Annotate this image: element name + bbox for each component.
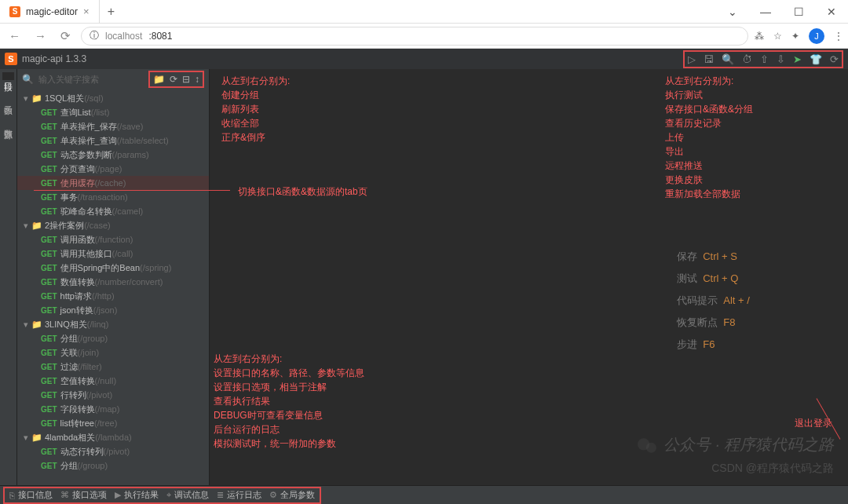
folder-icon: ▪	[7, 131, 10, 141]
folder-icon[interactable]: 📁	[153, 74, 165, 85]
tree-item[interactable]: GET过滤(/filter)	[17, 360, 209, 374]
side-tab[interactable]: 数据源	[2, 119, 14, 128]
sort-icon[interactable]: ↕	[195, 74, 199, 85]
side-tab[interactable]: 函数	[2, 96, 14, 104]
side-tab-strip: 接口▪函数▪数据源▪	[0, 69, 17, 485]
tree-item[interactable]: GET驼峰命名转换(/camel)	[17, 204, 209, 218]
tree-item[interactable]: GET行转列(/pivot)	[17, 388, 209, 402]
bottom-tab[interactable]: ⌘接口选项	[60, 489, 107, 501]
tree-item[interactable]: GET分组(/group)	[17, 458, 209, 473]
tab-icon: ⎘	[9, 491, 15, 500]
search-icon[interactable]: 🔍	[722, 53, 734, 65]
browser-tab[interactable]: S magic-editor ×	[0, 0, 100, 24]
close-button[interactable]: ✕	[815, 0, 848, 24]
url-input[interactable]: ⓘ localhost:8081	[81, 27, 748, 46]
star-icon[interactable]: ☆	[773, 31, 782, 42]
bottom-tab[interactable]: ≣运行日志	[217, 489, 261, 501]
tree-item[interactable]: GET数值转换(/number/convert)	[17, 275, 209, 289]
editor-area: 从左到右分别为: 创建分组刷新列表收缩全部正序&倒序 切换接口&函数&数据源的t…	[210, 69, 848, 485]
tree-item[interactable]: GET单表操作_保存(/save)	[17, 119, 209, 133]
annotation: 从左到右分别为: 执行测试保存接口&函数&分组查看历史记录上传导出远程推送更换皮…	[665, 74, 753, 201]
minimize-button[interactable]: —	[749, 0, 782, 24]
annotation: 退出登录	[795, 416, 832, 430]
tree-item[interactable]: GET分组(/group)	[17, 331, 209, 345]
info-icon: ⓘ	[90, 29, 99, 42]
tab-icon: ▶	[115, 490, 121, 500]
tab-icon: ⌖	[166, 490, 171, 500]
bottom-tab[interactable]: ⚙全局参数	[269, 489, 315, 501]
forward-button[interactable]: →	[31, 29, 50, 42]
tree-item[interactable]: GET动态参数判断(/params)	[17, 148, 209, 162]
tree-item[interactable]: GETjson转换(/json)	[17, 303, 209, 317]
upload-icon[interactable]: ⇧	[760, 53, 769, 65]
maximize-button[interactable]: ☐	[782, 0, 815, 24]
tab-title: magic-editor	[26, 6, 78, 17]
tree-folder[interactable]: ▾📁1SQL相关(/sql)	[17, 91, 209, 105]
close-icon[interactable]: ×	[83, 5, 90, 17]
app-logo: S	[5, 53, 17, 65]
tree-item[interactable]: GET空值转换(/null)	[17, 374, 209, 388]
tree-item[interactable]: GET关联(/join)	[17, 345, 209, 360]
bottom-tab[interactable]: ⎘接口信息	[9, 489, 53, 501]
bottom-tab[interactable]: ▶执行结果	[115, 489, 159, 501]
tree-toolbar: 📁 ⟳ ⊟ ↕	[148, 71, 204, 88]
tab-icon: ≣	[217, 490, 224, 500]
tree-item[interactable]: GET使用缓存(/cache)	[17, 176, 209, 190]
tree-item[interactable]: GET单表操作_查询(/table/select)	[17, 133, 209, 148]
annotation: 从左到右分别为: 创建分组刷新列表收缩全部正序&倒序	[221, 74, 290, 144]
reload-icon[interactable]: ⟳	[830, 53, 839, 65]
back-button[interactable]: ←	[5, 29, 24, 42]
bottom-tab[interactable]: ⌖调试信息	[166, 489, 209, 501]
tree-folder[interactable]: ▾📁3LINQ相关(/linq)	[17, 317, 209, 331]
push-icon[interactable]: ➤	[793, 53, 802, 65]
search-icon: 🔍	[22, 74, 34, 85]
watermark: 公众号 · 程序猿代码之路	[637, 434, 834, 455]
history-icon[interactable]: ⏱	[742, 53, 752, 65]
annotation: 从左到右分别为: 设置接口的名称、路径、参数等信息设置接口选项，相当于注解查看执…	[214, 352, 364, 451]
tree-item[interactable]: GET动态行转列(/pivot)	[17, 444, 209, 458]
refresh-icon[interactable]: ⟳	[170, 74, 177, 85]
tree-item[interactable]: GET字段转换(/map)	[17, 402, 209, 416]
tree-folder[interactable]: ▾📁2操作案例(/case)	[17, 218, 209, 232]
tree-item[interactable]: GETlist转tree(/tree)	[17, 416, 209, 430]
save-icon[interactable]: 🖫	[704, 53, 714, 65]
tree-item[interactable]: GET使用Spring中的Bean(/spring)	[17, 261, 209, 275]
extensions-icon[interactable]: ✦	[791, 31, 799, 42]
search-input[interactable]: 输入关键字搜索	[38, 74, 144, 86]
browser-titlebar: S magic-editor × + ⌄ — ☐ ✕	[0, 0, 848, 24]
tree-item[interactable]: GET调用函数(/function)	[17, 232, 209, 247]
url-host: localhost	[105, 31, 142, 42]
tree-panel: 🔍 输入关键字搜索 📁 ⟳ ⊟ ↕ ▾📁1SQL相关(/sql)GET查询Lis…	[17, 69, 210, 485]
tree-item[interactable]: GEThttp请求(/http)	[17, 289, 209, 303]
skin-icon[interactable]: 👕	[810, 53, 822, 65]
annotation: 切换接口&函数&数据源的tab页	[238, 184, 367, 199]
tree-item[interactable]: GET调用其他接口(/call)	[17, 247, 209, 261]
chevron-down-icon[interactable]: ⌄	[716, 0, 749, 24]
menu-icon[interactable]: ⋮	[834, 31, 843, 42]
tree-list[interactable]: ▾📁1SQL相关(/sql)GET查询List(/list)GET单表操作_保存…	[17, 89, 209, 485]
tree-folder[interactable]: ▾📁4lambda相关(/lambda)	[17, 430, 209, 444]
tree-item[interactable]: GET事务(/transaction)	[17, 190, 209, 204]
play-icon[interactable]: ▷	[688, 53, 696, 65]
bottom-tabs: ⎘接口信息⌘接口选项▶执行结果⌖调试信息≣运行日志⚙全局参数	[3, 487, 321, 504]
ide-root: S magic-api 1.3.3 ▷ 🖫 🔍 ⏱ ⇧ ⇩ ➤ 👕 ⟳ 接口▪函…	[0, 49, 848, 504]
download-icon[interactable]: ⇩	[777, 53, 785, 65]
reload-button[interactable]: ⟳	[57, 29, 75, 43]
tree-item[interactable]: GET查询List(/list)	[17, 105, 209, 119]
app-title: magic-api 1.3.3	[22, 53, 86, 64]
url-port: :8081	[148, 31, 172, 42]
ide-titlebar: S magic-api 1.3.3 ▷ 🖫 🔍 ⏱ ⇧ ⇩ ➤ 👕 ⟳	[0, 49, 848, 69]
svg-point-1	[646, 442, 656, 452]
profile-avatar[interactable]: J	[809, 28, 824, 44]
tab-favicon: S	[9, 6, 20, 17]
collapse-icon[interactable]: ⊟	[182, 74, 190, 85]
top-toolbar: ▷ 🖫 🔍 ⏱ ⇧ ⇩ ➤ 👕 ⟳	[683, 50, 843, 68]
csdn-watermark: CSDN @程序猿代码之路	[711, 462, 834, 476]
address-bar: ← → ⟳ ⓘ localhost:8081 ⁂ ☆ ✦ J ⋮	[0, 24, 848, 49]
translate-icon[interactable]: ⁂	[755, 31, 764, 42]
tree-item[interactable]: GET分页查询(/page)	[17, 162, 209, 176]
folder-icon: ▪	[7, 83, 10, 93]
new-tab-button[interactable]: +	[100, 5, 122, 19]
arrow-line	[34, 190, 230, 191]
side-tab[interactable]: 接口	[2, 72, 14, 80]
